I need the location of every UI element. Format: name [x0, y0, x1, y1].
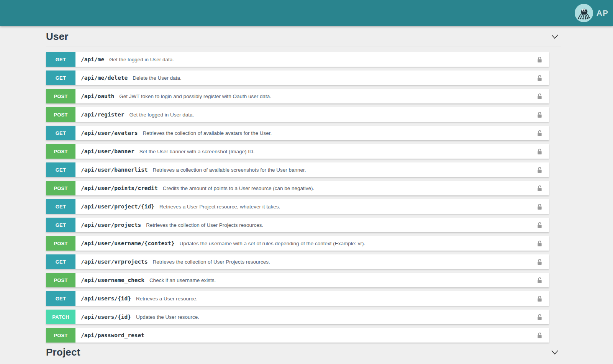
endpoint-path: /api/user/vrprojects [81, 259, 148, 265]
endpoint-path: /api/users/{id} [81, 314, 131, 320]
endpoint-description: Retrieves a User resource. [136, 296, 536, 302]
endpoint-catalog: User GET /api/me Get the logged in User … [0, 26, 613, 362]
unlock-icon [536, 221, 543, 229]
method-badge: GET [46, 52, 75, 67]
unlock-icon [536, 240, 543, 247]
endpoint-row[interactable]: POST /api/register Get the logged in Use… [46, 107, 549, 122]
endpoint-description: Updates the username with a set of rules… [179, 241, 536, 246]
endpoint-row[interactable]: PATCH /api/users/{id} Updates the User r… [46, 310, 549, 324]
method-badge: GET [46, 162, 75, 177]
api-section: Project [46, 346, 613, 362]
endpoint-path: /api/password_reset [81, 332, 144, 338]
chevron-down-icon[interactable] [550, 33, 561, 40]
unlock-icon [536, 203, 543, 210]
unlock-icon [536, 148, 543, 155]
endpoint-path: /api/user/bannerlist [81, 167, 148, 173]
endpoint-path: /api/username_check [81, 277, 144, 283]
endpoint-description: Get the logged in User data. [129, 112, 536, 118]
endpoint-description: Updates the User resource. [136, 314, 536, 320]
endpoint-path: /api/user/username/{context} [81, 240, 174, 246]
endpoint-path: /api/user/banner [81, 148, 134, 154]
method-badge: GET [46, 199, 75, 214]
method-badge: GET [46, 291, 75, 306]
section-divider [46, 46, 561, 46]
robot-spider-icon [575, 4, 593, 22]
endpoint-path: /api/user/projects [81, 222, 141, 228]
endpoint-path: /api/user/avatars [81, 130, 138, 136]
endpoint-row[interactable]: GET /api/me/delete Delete the User data. [46, 71, 549, 85]
endpoint-row[interactable]: GET /api/me Get the logged in User data. [46, 52, 549, 67]
method-badge: GET [46, 254, 75, 269]
endpoint-row[interactable]: GET /api/user/bannerlist Retrieves a col… [46, 162, 549, 177]
endpoint-description: Delete the User data. [133, 75, 536, 81]
endpoint-path: /api/register [81, 111, 125, 118]
unlock-icon [536, 130, 543, 137]
method-badge: POST [46, 236, 75, 251]
method-badge: POST [46, 328, 75, 343]
method-badge: GET [46, 218, 75, 232]
method-badge: POST [46, 107, 75, 122]
endpoint-row[interactable]: GET /api/user/avatars Retrieves the coll… [46, 126, 549, 140]
endpoint-row[interactable]: POST /api/user/banner Set the User banne… [46, 144, 549, 159]
endpoint-row[interactable]: POST /api/oauth Get JWT token to login a… [46, 89, 549, 103]
endpoint-path: /api/me [81, 56, 104, 62]
section-divider [46, 362, 561, 362]
method-badge: POST [46, 273, 75, 287]
unlock-icon [536, 313, 543, 321]
endpoint-row[interactable]: GET /api/user/vrprojects Retrieves the c… [46, 254, 549, 269]
endpoint-description: Credits the amount of points to a User r… [163, 185, 536, 191]
app-header: AP [0, 0, 613, 26]
endpoint-description: Retrieves a collection of available scre… [153, 167, 536, 173]
method-badge: POST [46, 89, 75, 103]
api-section: User GET /api/me Get the logged in User … [46, 31, 613, 343]
section-title[interactable]: Project [46, 346, 80, 358]
endpoint-path: /api/user/points/credit [81, 185, 158, 191]
endpoint-description: Get the logged in User data. [109, 57, 536, 62]
endpoint-description: Retrieves the collection of available av… [143, 130, 536, 136]
endpoint-path: /api/me/delete [81, 75, 128, 81]
chevron-down-icon[interactable] [550, 349, 561, 356]
endpoint-description: Set the User banner with a screenshot (I… [139, 149, 536, 154]
endpoint-row[interactable]: GET /api/user/project/{id} Retrieves a U… [46, 199, 549, 214]
api-docs-page: AP User GET /api/me Get the logged in Us… [0, 0, 613, 362]
endpoint-row[interactable]: POST /api/user/username/{context} Update… [46, 236, 549, 251]
endpoint-path: /api/oauth [81, 93, 114, 99]
endpoint-description: Check if an username exists. [149, 277, 536, 283]
unlock-icon [536, 56, 543, 63]
unlock-icon [536, 93, 543, 100]
method-badge: POST [46, 181, 75, 195]
method-badge: PATCH [46, 310, 75, 324]
unlock-icon [536, 258, 543, 266]
endpoint-row[interactable]: POST /api/user/points/credit Credits the… [46, 181, 549, 195]
endpoint-description: Retrieves the collection of User Project… [153, 259, 536, 265]
unlock-icon [536, 277, 543, 284]
unlock-icon [536, 295, 543, 302]
app-logo[interactable]: AP [575, 4, 613, 22]
endpoint-row[interactable]: GET /api/users/{id} Retrieves a User res… [46, 291, 549, 306]
endpoint-path: /api/users/{id} [81, 295, 131, 302]
unlock-icon [536, 332, 543, 339]
endpoint-row[interactable]: POST /api/username_check Check if an use… [46, 273, 549, 287]
endpoint-description: Retrieves the collection of User Project… [146, 222, 536, 228]
unlock-icon [536, 111, 543, 118]
endpoint-path: /api/user/project/{id} [81, 203, 154, 210]
method-badge: GET [46, 71, 75, 85]
endpoint-description: Get JWT token to login and possibly regi… [119, 93, 536, 99]
section-title[interactable]: User [46, 31, 69, 43]
endpoint-row[interactable]: POST /api/password_reset [46, 328, 549, 343]
logo-text: AP [597, 8, 613, 18]
method-badge: POST [46, 144, 75, 159]
unlock-icon [536, 74, 543, 82]
unlock-icon [536, 166, 543, 174]
method-badge: GET [46, 126, 75, 140]
unlock-icon [536, 185, 543, 192]
endpoint-description: Retrieves a User Project resource, whate… [159, 204, 536, 210]
endpoint-row[interactable]: GET /api/user/projects Retrieves the col… [46, 218, 549, 232]
endpoint-rows: GET /api/me Get the logged in User data.… [46, 52, 549, 343]
